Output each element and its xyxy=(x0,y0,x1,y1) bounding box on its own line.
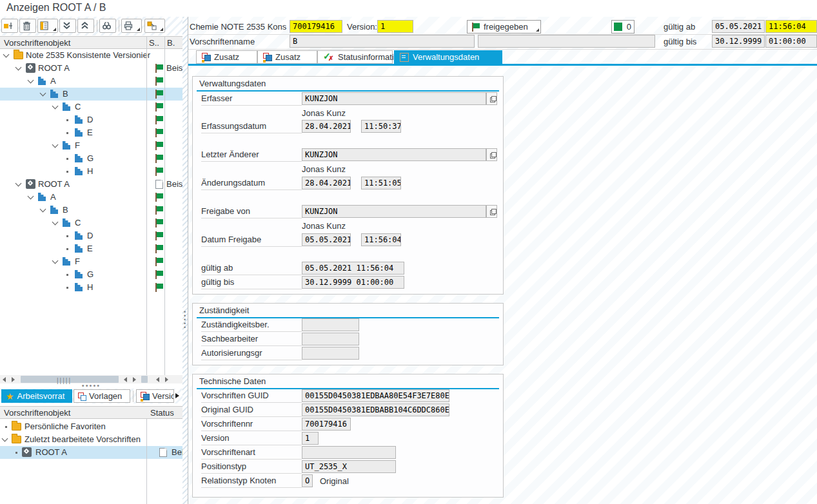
autorisierungsgr-field[interactable] xyxy=(302,347,359,360)
tree-row[interactable]: H xyxy=(0,281,182,294)
collapse-all-button[interactable] xyxy=(77,19,94,33)
positionstyp-field[interactable]: UT_2535_X xyxy=(302,460,396,473)
transfer-button[interactable] xyxy=(144,19,165,33)
freigabezeit-field[interactable]: 11:56:04 xyxy=(361,233,401,246)
expand-all-button[interactable] xyxy=(59,19,76,33)
list-view-button[interactable] xyxy=(37,19,58,33)
erfassungsdatum-field[interactable]: 28.04.2021 xyxy=(302,120,351,133)
tree-row[interactable]: A xyxy=(0,75,182,88)
freigabe-field[interactable]: KUNZJON xyxy=(302,205,486,218)
scroll-left-icon[interactable] xyxy=(3,377,6,382)
delete-button[interactable] xyxy=(19,19,36,33)
valid-to-time-field[interactable]: 01:00:00 xyxy=(765,35,817,48)
tree-row[interactable]: Note 2535 Konsistente Versionier xyxy=(0,49,182,62)
tree-node-label: C xyxy=(75,218,81,228)
tab-version[interactable]: Version e xyxy=(136,389,174,403)
multi-value-button[interactable] xyxy=(486,92,497,105)
status-dropdown[interactable]: freigegeben xyxy=(467,20,541,34)
panel-splitter[interactable]: ••••• xyxy=(182,17,188,504)
expander-icon[interactable] xyxy=(28,77,34,84)
valid-from-date-field[interactable]: 05.05.2021 xyxy=(712,20,765,33)
tab-zusatz-2[interactable]: Zusatz xyxy=(257,50,317,64)
tab-overflow-right-icon[interactable] xyxy=(175,393,179,398)
tab-vorlagen[interactable]: Vorlagen xyxy=(74,389,130,403)
scroll-right-icon[interactable] xyxy=(133,377,136,382)
version-field[interactable]: 1 xyxy=(377,20,413,33)
erfasser-field[interactable]: KUNZJON xyxy=(302,92,486,105)
group-title: Technische Daten xyxy=(199,376,266,386)
print-button[interactable] xyxy=(121,19,142,33)
expander-icon[interactable] xyxy=(2,436,8,442)
erfassungszeit-field[interactable]: 11:50:37 xyxy=(361,120,401,133)
tab-verwaltungsdaten[interactable]: Verwaltungsdaten xyxy=(394,50,502,64)
scroll-left-icon[interactable] xyxy=(124,377,127,382)
tree-row[interactable]: A xyxy=(0,191,182,204)
expander-icon[interactable] xyxy=(15,64,22,71)
expander-icon[interactable] xyxy=(52,219,59,226)
gueltig-ab-field[interactable]: 05.05.2021 11:56:04 xyxy=(302,262,404,275)
sachbearbeiter-field[interactable] xyxy=(302,333,359,345)
horizontal-splitter[interactable]: ••••• xyxy=(0,384,182,388)
tree-row[interactable]: ROOT A Beisp xyxy=(0,62,182,75)
step-node-icon xyxy=(75,115,78,124)
column-divider[interactable] xyxy=(146,419,147,504)
tree-row[interactable]: D xyxy=(0,229,182,242)
column-divider[interactable] xyxy=(146,36,147,375)
worklist-row-selected[interactable]: ROOT A Beisp xyxy=(0,446,182,459)
tab-arbeitsvorrat[interactable]: ★ Arbeitsvorrat xyxy=(1,389,72,403)
expander-icon[interactable] xyxy=(40,90,46,97)
zustaendigkeitsber-field[interactable] xyxy=(302,318,359,331)
original-guid-field[interactable]: 00155D0450381EDBABB104C6DDC860EE xyxy=(302,403,449,416)
expander-icon[interactable] xyxy=(40,206,46,213)
tree-row[interactable]: E xyxy=(0,126,182,139)
status-light-box[interactable]: 0 xyxy=(611,20,635,34)
tree-row[interactable]: G xyxy=(0,268,182,281)
tree-node-label: E xyxy=(87,244,93,253)
name-field-2[interactable] xyxy=(478,35,655,48)
aenderer-field[interactable]: KUNZJON xyxy=(302,148,486,161)
tree-row[interactable]: G xyxy=(0,152,182,165)
aenderungsdatum-field[interactable]: 28.04.2021 xyxy=(302,177,351,189)
column-divider[interactable] xyxy=(164,36,165,375)
vorschriftenart-field[interactable] xyxy=(302,446,396,459)
version-tech-field[interactable]: 1 xyxy=(302,432,319,445)
tab-zusatz-1[interactable]: Zusatz xyxy=(196,50,257,64)
tree-row-selected[interactable]: B xyxy=(0,88,182,101)
expander-icon[interactable] xyxy=(52,142,59,148)
freigabedatum-field[interactable]: 05.05.2021 xyxy=(302,233,351,246)
tab-statusinformation[interactable]: Statusinformation xyxy=(317,50,393,64)
tree-row[interactable]: E xyxy=(0,242,182,255)
name-field[interactable]: B xyxy=(290,35,475,48)
scrollbar-thumb[interactable] xyxy=(141,376,148,383)
tree-row[interactable]: F xyxy=(0,255,182,268)
worklist-row[interactable]: Persönliche Favoriten xyxy=(0,420,182,433)
vorschriftennr-field[interactable]: 700179416 xyxy=(302,418,351,431)
tree-row[interactable]: ROOT A Beisp xyxy=(0,178,182,191)
scroll-left-icon[interactable] xyxy=(156,377,159,382)
valid-to-date-field[interactable]: 30.12.9999 xyxy=(712,35,765,48)
expander-icon[interactable] xyxy=(3,52,10,58)
gueltig-bis-field[interactable]: 30.12.9999 01:00:00 xyxy=(302,276,404,289)
tree-row[interactable]: H xyxy=(0,165,182,178)
scroll-right-icon[interactable] xyxy=(12,377,15,382)
multi-value-button[interactable] xyxy=(486,205,497,218)
tree-row[interactable]: D xyxy=(0,113,182,126)
tree-row[interactable]: C xyxy=(0,217,182,229)
multi-value-button[interactable] xyxy=(486,148,497,161)
relationstyp-field[interactable]: O xyxy=(302,474,313,487)
expander-icon[interactable] xyxy=(52,258,59,264)
scroll-right-icon[interactable] xyxy=(165,377,168,382)
find-button[interactable] xyxy=(99,19,116,33)
tree-row[interactable]: F xyxy=(0,139,182,152)
expander-icon[interactable] xyxy=(52,103,59,110)
vorschriften-guid-field[interactable]: 00155D0450381EDBAA80E54F3E7E80ED xyxy=(302,389,449,402)
valid-from-time-field[interactable]: 11:56:04 xyxy=(765,20,817,33)
tree-row[interactable]: C xyxy=(0,101,182,113)
expander-icon[interactable] xyxy=(15,180,22,187)
tree-row[interactable]: B xyxy=(0,204,182,217)
aenderungszeit-field[interactable]: 11:51:05 xyxy=(361,177,401,189)
worklist-row[interactable]: Zuletzt bearbeitete Vorschriften xyxy=(0,433,182,446)
spec-number-field[interactable]: 700179416 xyxy=(290,20,342,33)
expander-icon[interactable] xyxy=(28,193,34,200)
insert-node-button[interactable] xyxy=(1,19,18,33)
